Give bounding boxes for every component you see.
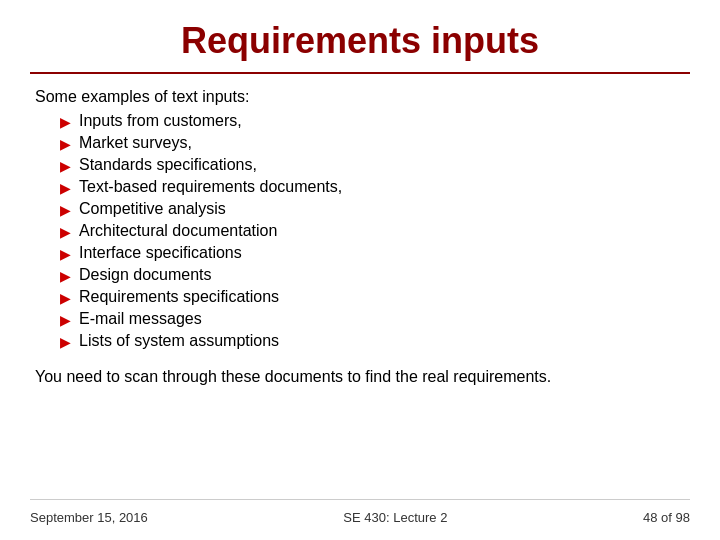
list-item: ▶Architectural documentation <box>60 222 690 240</box>
list-item-text: Inputs from customers, <box>79 112 242 130</box>
list-item: ▶Standards specifications, <box>60 156 690 174</box>
list-item: ▶E-mail messages <box>60 310 690 328</box>
list-item-text: E-mail messages <box>79 310 202 328</box>
bullet-arrow-icon: ▶ <box>60 312 71 328</box>
slide-title: Requirements inputs <box>30 20 690 62</box>
list-item-text: Text-based requirements documents, <box>79 178 342 196</box>
bullet-arrow-icon: ▶ <box>60 136 71 152</box>
list-item-text: Lists of system assumptions <box>79 332 279 350</box>
bullet-arrow-icon: ▶ <box>60 290 71 306</box>
list-item: ▶Lists of system assumptions <box>60 332 690 350</box>
bullet-arrow-icon: ▶ <box>60 334 71 350</box>
bullet-list: ▶Inputs from customers,▶Market surveys,▶… <box>60 112 690 354</box>
intro-text: Some examples of text inputs: <box>35 88 690 106</box>
footer-course: SE 430: Lecture 2 <box>343 510 447 525</box>
bullet-arrow-icon: ▶ <box>60 158 71 174</box>
list-item-text: Interface specifications <box>79 244 242 262</box>
list-item-text: Requirements specifications <box>79 288 279 306</box>
slide-content: Some examples of text inputs: ▶Inputs fr… <box>30 88 690 499</box>
list-item-text: Design documents <box>79 266 212 284</box>
bullet-arrow-icon: ▶ <box>60 224 71 240</box>
list-item: ▶Requirements specifications <box>60 288 690 306</box>
list-item: ▶Interface specifications <box>60 244 690 262</box>
list-item: ▶Design documents <box>60 266 690 284</box>
list-item-text: Market surveys, <box>79 134 192 152</box>
slide: Requirements inputs Some examples of tex… <box>0 0 720 540</box>
bullet-arrow-icon: ▶ <box>60 114 71 130</box>
closing-text: You need to scan through these documents… <box>35 368 690 386</box>
list-item: ▶Inputs from customers, <box>60 112 690 130</box>
bullet-arrow-icon: ▶ <box>60 180 71 196</box>
list-item-text: Architectural documentation <box>79 222 277 240</box>
bullet-arrow-icon: ▶ <box>60 246 71 262</box>
list-item: ▶Competitive analysis <box>60 200 690 218</box>
footer-date: September 15, 2016 <box>30 510 148 525</box>
slide-footer: September 15, 2016 SE 430: Lecture 2 48 … <box>30 499 690 525</box>
bullet-arrow-icon: ▶ <box>60 202 71 218</box>
title-divider <box>30 72 690 74</box>
list-item: ▶Market surveys, <box>60 134 690 152</box>
list-item: ▶Text-based requirements documents, <box>60 178 690 196</box>
footer-page: 48 of 98 <box>643 510 690 525</box>
list-item-text: Standards specifications, <box>79 156 257 174</box>
bullet-arrow-icon: ▶ <box>60 268 71 284</box>
list-item-text: Competitive analysis <box>79 200 226 218</box>
